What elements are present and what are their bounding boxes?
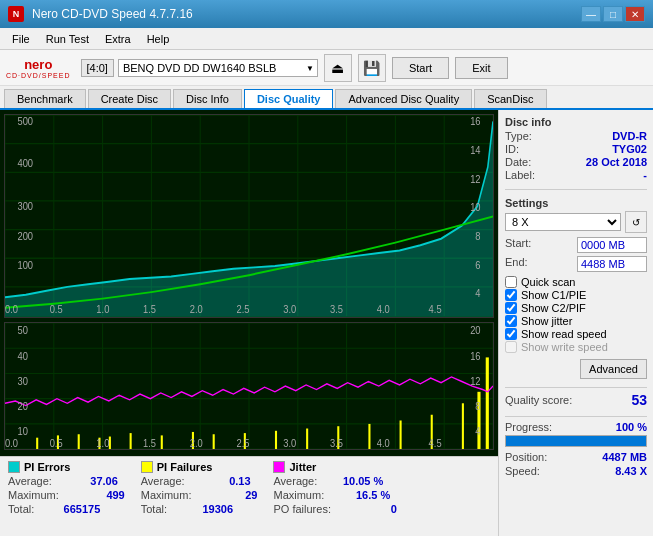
quick-scan-label: Quick scan xyxy=(521,276,575,288)
minimize-button[interactable]: — xyxy=(581,6,601,22)
svg-rect-67 xyxy=(161,435,163,449)
show-read-speed-label: Show read speed xyxy=(521,328,607,340)
close-button[interactable]: ✕ xyxy=(625,6,645,22)
show-jitter-checkbox[interactable] xyxy=(505,315,517,327)
drive-dropdown-wrap[interactable]: BENQ DVD DD DW1640 BSLB xyxy=(118,59,318,77)
pi-errors-total-row: Total: 665175 xyxy=(8,503,125,515)
svg-text:400: 400 xyxy=(17,156,33,169)
pi-failures-avg-row: Average: 0.13 xyxy=(141,475,258,487)
svg-text:3.5: 3.5 xyxy=(330,302,343,315)
quality-score-label: Quality score: xyxy=(505,394,572,406)
menu-help[interactable]: Help xyxy=(139,31,178,47)
tab-create-disc[interactable]: Create Disc xyxy=(88,89,171,108)
tab-disc-info[interactable]: Disc Info xyxy=(173,89,242,108)
start-input[interactable] xyxy=(577,237,647,253)
show-c2pif-label: Show C2/PIF xyxy=(521,302,586,314)
svg-rect-79 xyxy=(486,357,489,449)
menu-file[interactable]: File xyxy=(4,31,38,47)
speed-row: Speed: 8.43 X xyxy=(505,465,647,477)
tab-benchmark[interactable]: Benchmark xyxy=(4,89,86,108)
disc-info-section: Disc info Type: DVD-R ID: TYG02 Date: 28… xyxy=(505,116,647,182)
pi-errors-avg-value: 37.06 xyxy=(58,475,118,487)
disc-type-label: Type: xyxy=(505,130,532,142)
svg-text:16: 16 xyxy=(470,350,481,362)
svg-text:1.5: 1.5 xyxy=(143,302,156,315)
position-label: Position: xyxy=(505,451,547,463)
save-button[interactable]: 💾 xyxy=(358,54,386,82)
pi-errors-avg-row: Average: 37.06 xyxy=(8,475,125,487)
pi-errors-max-row: Maximum: 499 xyxy=(8,489,125,501)
svg-rect-66 xyxy=(130,433,132,449)
start-button[interactable]: Start xyxy=(392,57,449,79)
jitter-color xyxy=(273,461,285,473)
nero-logo-text: nero xyxy=(24,57,52,72)
maximize-button[interactable]: □ xyxy=(603,6,623,22)
pi-failures-max-row: Maximum: 29 xyxy=(141,489,258,501)
disc-info-title: Disc info xyxy=(505,116,647,128)
disc-label-value: - xyxy=(643,169,647,181)
progress-bar-wrap xyxy=(505,435,647,447)
end-input[interactable] xyxy=(577,256,647,272)
show-c2pif-checkbox[interactable] xyxy=(505,302,517,314)
show-read-speed-checkbox[interactable] xyxy=(505,328,517,340)
show-c1pie-row: Show C1/PIE xyxy=(505,289,647,301)
speed-select[interactable]: 8 X Max 2 X 4 X 6 X 12 X 16 X xyxy=(505,213,621,231)
exit-button[interactable]: Exit xyxy=(455,57,507,79)
show-jitter-row: Show jitter xyxy=(505,315,647,327)
show-c1pie-checkbox[interactable] xyxy=(505,289,517,301)
advanced-button[interactable]: Advanced xyxy=(580,359,647,379)
jitter-max-value: 16.5 % xyxy=(330,489,390,501)
svg-rect-72 xyxy=(306,428,308,449)
pi-failures-total-value: 19306 xyxy=(173,503,233,515)
main-content: 16 14 12 10 8 6 4 500 400 300 200 100 0.… xyxy=(0,110,653,536)
svg-text:1.0: 1.0 xyxy=(96,302,109,315)
eject-button[interactable]: ⏏ xyxy=(324,54,352,82)
tab-disc-quality[interactable]: Disc Quality xyxy=(244,89,334,108)
svg-text:4.0: 4.0 xyxy=(377,302,390,315)
drive-dropdown[interactable]: BENQ DVD DD DW1640 BSLB xyxy=(118,59,318,77)
svg-text:300: 300 xyxy=(17,199,33,212)
progress-bar-fill xyxy=(506,436,646,446)
pi-failures-color xyxy=(141,461,153,473)
jitter-avg-row: Average: 10.05 % xyxy=(273,475,396,487)
show-write-speed-checkbox[interactable] xyxy=(505,341,517,353)
menu-extra[interactable]: Extra xyxy=(97,31,139,47)
show-jitter-label: Show jitter xyxy=(521,315,572,327)
svg-text:1.0: 1.0 xyxy=(96,437,109,449)
position-row: Position: 4487 MB xyxy=(505,451,647,463)
tab-scandisc[interactable]: ScanDisc xyxy=(474,89,546,108)
pi-failures-group: PI Failures Average: 0.13 Maximum: 29 To… xyxy=(141,461,258,532)
settings-title: Settings xyxy=(505,197,647,209)
svg-text:4.0: 4.0 xyxy=(377,437,390,449)
pi-errors-header: PI Errors xyxy=(8,461,125,473)
svg-text:12: 12 xyxy=(470,172,480,185)
show-read-speed-row: Show read speed xyxy=(505,328,647,340)
jitter-max-label: Maximum: xyxy=(273,489,324,501)
pi-errors-label: PI Errors xyxy=(24,461,70,473)
svg-text:50: 50 xyxy=(17,325,28,337)
quick-scan-checkbox[interactable] xyxy=(505,276,517,288)
top-chart-svg: 16 14 12 10 8 6 4 500 400 300 200 100 0.… xyxy=(5,115,493,317)
svg-rect-61 xyxy=(36,438,38,449)
nero-sub-text: CD·DVD/SPEED xyxy=(6,72,71,79)
svg-text:200: 200 xyxy=(17,229,33,242)
svg-text:500: 500 xyxy=(17,115,33,128)
svg-text:4: 4 xyxy=(475,286,480,299)
svg-rect-69 xyxy=(213,434,215,449)
svg-text:2.5: 2.5 xyxy=(237,302,250,315)
disc-type-row: Type: DVD-R xyxy=(505,130,647,142)
svg-text:10: 10 xyxy=(470,200,480,213)
pi-failures-label: PI Failures xyxy=(157,461,213,473)
svg-text:2.0: 2.0 xyxy=(190,302,203,315)
tab-advanced-disc-quality[interactable]: Advanced Disc Quality xyxy=(335,89,472,108)
app-logo: nero CD·DVD/SPEED xyxy=(6,57,71,79)
pi-errors-total-value: 665175 xyxy=(40,503,100,515)
pi-failures-max-value: 29 xyxy=(197,489,257,501)
pi-errors-total-label: Total: xyxy=(8,503,34,515)
reset-button[interactable]: ↺ xyxy=(625,211,647,233)
svg-text:1.5: 1.5 xyxy=(143,437,156,449)
show-c1pie-label: Show C1/PIE xyxy=(521,289,586,301)
disc-id-label: ID: xyxy=(505,143,519,155)
bottom-chart-svg: 20 16 12 8 4 50 40 30 20 10 0.0 0.5 1.0 … xyxy=(5,323,493,449)
menu-run-test[interactable]: Run Test xyxy=(38,31,97,47)
